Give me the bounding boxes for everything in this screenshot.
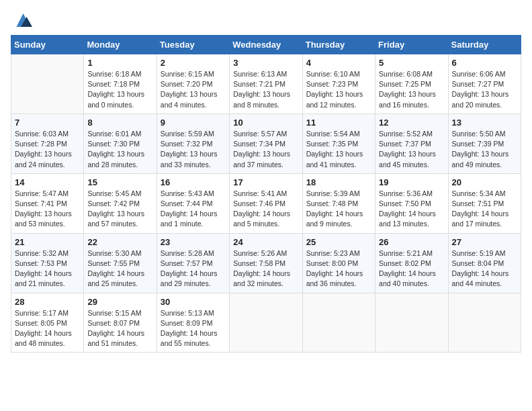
calendar-cell [375, 293, 448, 353]
calendar-cell: 12Sunrise: 5:52 AM Sunset: 7:37 PM Dayli… [375, 113, 448, 173]
day-info: Sunrise: 5:52 AM Sunset: 7:37 PM Dayligh… [379, 129, 444, 170]
day-number: 4 [306, 58, 371, 68]
weekday-header: Friday [375, 36, 448, 54]
day-info: Sunrise: 5:41 AM Sunset: 7:46 PM Dayligh… [233, 189, 298, 230]
day-info: Sunrise: 5:13 AM Sunset: 8:09 PM Dayligh… [161, 308, 226, 349]
calendar-cell: 2Sunrise: 6:15 AM Sunset: 7:20 PM Daylig… [157, 54, 229, 114]
calendar-cell: 30Sunrise: 5:13 AM Sunset: 8:09 PM Dayli… [157, 293, 229, 353]
day-number: 22 [87, 237, 152, 247]
day-number: 14 [15, 177, 80, 187]
calendar-cell: 5Sunrise: 6:08 AM Sunset: 7:25 PM Daylig… [375, 54, 448, 114]
day-number: 30 [161, 297, 226, 307]
day-info: Sunrise: 5:32 AM Sunset: 7:53 PM Dayligh… [15, 248, 80, 289]
weekday-header: Sunday [11, 36, 84, 54]
calendar-cell: 6Sunrise: 6:06 AM Sunset: 7:27 PM Daylig… [448, 54, 521, 114]
calendar-cell: 10Sunrise: 5:57 AM Sunset: 7:34 PM Dayli… [230, 113, 302, 173]
calendar-cell: 28Sunrise: 5:17 AM Sunset: 8:05 PM Dayli… [11, 293, 84, 353]
day-number: 9 [161, 118, 226, 128]
day-number: 21 [15, 237, 80, 247]
calendar-cell: 11Sunrise: 5:54 AM Sunset: 7:35 PM Dayli… [302, 113, 375, 173]
day-info: Sunrise: 5:30 AM Sunset: 7:55 PM Dayligh… [87, 248, 152, 289]
calendar-cell [448, 293, 521, 353]
day-number: 27 [452, 237, 517, 247]
logo-icon [11, 11, 32, 30]
calendar-cell: 23Sunrise: 5:28 AM Sunset: 7:57 PM Dayli… [157, 233, 229, 293]
day-info: Sunrise: 5:21 AM Sunset: 8:02 PM Dayligh… [379, 248, 444, 289]
day-info: Sunrise: 5:43 AM Sunset: 7:44 PM Dayligh… [161, 189, 226, 230]
day-number: 17 [233, 177, 298, 187]
day-number: 3 [233, 58, 298, 68]
calendar-cell: 18Sunrise: 5:39 AM Sunset: 7:48 PM Dayli… [302, 173, 375, 233]
calendar-cell: 8Sunrise: 6:01 AM Sunset: 7:30 PM Daylig… [84, 113, 157, 173]
calendar-table: SundayMondayTuesdayWednesdayThursdayFrid… [11, 35, 521, 353]
day-info: Sunrise: 5:59 AM Sunset: 7:32 PM Dayligh… [161, 129, 226, 170]
day-number: 1 [87, 58, 152, 68]
day-number: 6 [452, 58, 517, 68]
day-number: 23 [161, 237, 226, 247]
day-number: 28 [15, 297, 80, 307]
day-info: Sunrise: 6:10 AM Sunset: 7:23 PM Dayligh… [306, 69, 371, 110]
day-number: 18 [306, 177, 371, 187]
day-number: 2 [161, 58, 226, 68]
day-info: Sunrise: 5:36 AM Sunset: 7:50 PM Dayligh… [379, 189, 444, 230]
calendar-cell: 13Sunrise: 5:50 AM Sunset: 7:39 PM Dayli… [448, 113, 521, 173]
day-number: 12 [379, 118, 444, 128]
day-info: Sunrise: 5:28 AM Sunset: 7:57 PM Dayligh… [161, 248, 226, 289]
day-info: Sunrise: 5:26 AM Sunset: 7:58 PM Dayligh… [233, 248, 298, 289]
day-number: 16 [161, 177, 226, 187]
page-header [11, 11, 521, 30]
day-info: Sunrise: 6:08 AM Sunset: 7:25 PM Dayligh… [379, 69, 444, 110]
calendar-cell: 3Sunrise: 6:13 AM Sunset: 7:21 PM Daylig… [230, 54, 302, 114]
day-number: 29 [87, 297, 152, 307]
calendar-cell: 1Sunrise: 6:18 AM Sunset: 7:18 PM Daylig… [84, 54, 157, 114]
calendar-cell [230, 293, 302, 353]
calendar-cell: 24Sunrise: 5:26 AM Sunset: 7:58 PM Dayli… [230, 233, 302, 293]
day-info: Sunrise: 6:06 AM Sunset: 7:27 PM Dayligh… [452, 69, 517, 110]
weekday-header: Saturday [448, 36, 521, 54]
day-info: Sunrise: 6:15 AM Sunset: 7:20 PM Dayligh… [161, 69, 226, 110]
day-info: Sunrise: 5:47 AM Sunset: 7:41 PM Dayligh… [15, 189, 80, 230]
calendar-cell: 16Sunrise: 5:43 AM Sunset: 7:44 PM Dayli… [157, 173, 229, 233]
day-number: 19 [379, 177, 444, 187]
day-info: Sunrise: 5:50 AM Sunset: 7:39 PM Dayligh… [452, 129, 517, 170]
day-info: Sunrise: 5:34 AM Sunset: 7:51 PM Dayligh… [452, 189, 517, 230]
calendar-cell: 9Sunrise: 5:59 AM Sunset: 7:32 PM Daylig… [157, 113, 229, 173]
calendar-cell: 20Sunrise: 5:34 AM Sunset: 7:51 PM Dayli… [448, 173, 521, 233]
calendar-cell [302, 293, 375, 353]
day-number: 10 [233, 118, 298, 128]
calendar-cell: 26Sunrise: 5:21 AM Sunset: 8:02 PM Dayli… [375, 233, 448, 293]
calendar-cell [11, 54, 84, 114]
logo [11, 11, 34, 30]
day-info: Sunrise: 5:45 AM Sunset: 7:42 PM Dayligh… [87, 189, 152, 230]
weekday-header: Thursday [302, 36, 375, 54]
calendar-cell: 19Sunrise: 5:36 AM Sunset: 7:50 PM Dayli… [375, 173, 448, 233]
day-number: 8 [87, 118, 152, 128]
weekday-header: Wednesday [230, 36, 302, 54]
day-info: Sunrise: 6:01 AM Sunset: 7:30 PM Dayligh… [87, 129, 152, 170]
day-info: Sunrise: 6:18 AM Sunset: 7:18 PM Dayligh… [87, 69, 152, 110]
day-info: Sunrise: 6:13 AM Sunset: 7:21 PM Dayligh… [233, 69, 298, 110]
day-number: 24 [233, 237, 298, 247]
weekday-header: Tuesday [157, 36, 229, 54]
day-info: Sunrise: 5:19 AM Sunset: 8:04 PM Dayligh… [452, 248, 517, 289]
day-number: 11 [306, 118, 371, 128]
calendar-cell: 29Sunrise: 5:15 AM Sunset: 8:07 PM Dayli… [84, 293, 157, 353]
day-number: 7 [15, 118, 80, 128]
day-number: 15 [87, 177, 152, 187]
day-info: Sunrise: 5:17 AM Sunset: 8:05 PM Dayligh… [15, 308, 80, 349]
calendar-cell: 17Sunrise: 5:41 AM Sunset: 7:46 PM Dayli… [230, 173, 302, 233]
calendar-cell: 7Sunrise: 6:03 AM Sunset: 7:28 PM Daylig… [11, 113, 84, 173]
day-info: Sunrise: 5:57 AM Sunset: 7:34 PM Dayligh… [233, 129, 298, 170]
day-number: 5 [379, 58, 444, 68]
calendar-cell: 4Sunrise: 6:10 AM Sunset: 7:23 PM Daylig… [302, 54, 375, 114]
calendar-cell: 25Sunrise: 5:23 AM Sunset: 8:00 PM Dayli… [302, 233, 375, 293]
weekday-header: Monday [84, 36, 157, 54]
day-info: Sunrise: 5:39 AM Sunset: 7:48 PM Dayligh… [306, 189, 371, 230]
day-number: 25 [306, 237, 371, 247]
calendar-cell: 27Sunrise: 5:19 AM Sunset: 8:04 PM Dayli… [448, 233, 521, 293]
day-number: 20 [452, 177, 517, 187]
calendar-cell: 22Sunrise: 5:30 AM Sunset: 7:55 PM Dayli… [84, 233, 157, 293]
day-number: 26 [379, 237, 444, 247]
day-info: Sunrise: 5:15 AM Sunset: 8:07 PM Dayligh… [87, 308, 152, 349]
day-info: Sunrise: 6:03 AM Sunset: 7:28 PM Dayligh… [15, 129, 80, 170]
